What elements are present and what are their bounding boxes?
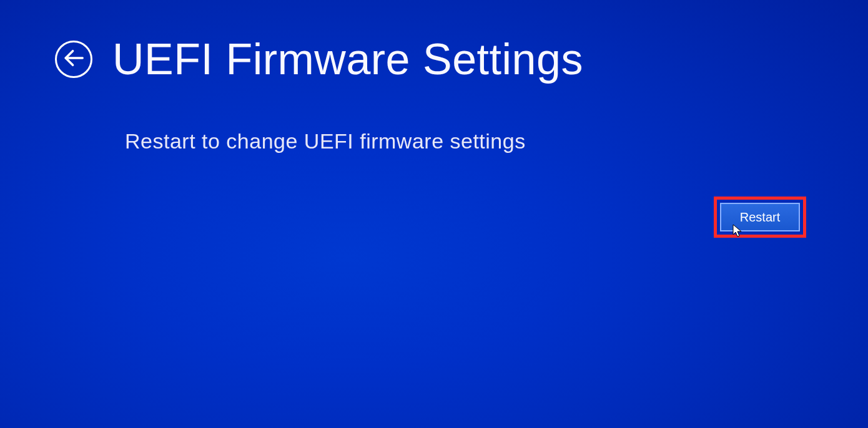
header: UEFI Firmware Settings (0, 0, 868, 84)
restart-button[interactable]: Restart (720, 203, 800, 231)
back-arrow-icon (63, 47, 84, 71)
page-title: UEFI Firmware Settings (112, 34, 583, 84)
page-subtitle: Restart to change UEFI firmware settings (0, 84, 868, 153)
highlight-box: Restart (714, 197, 806, 238)
back-button[interactable] (55, 41, 92, 78)
